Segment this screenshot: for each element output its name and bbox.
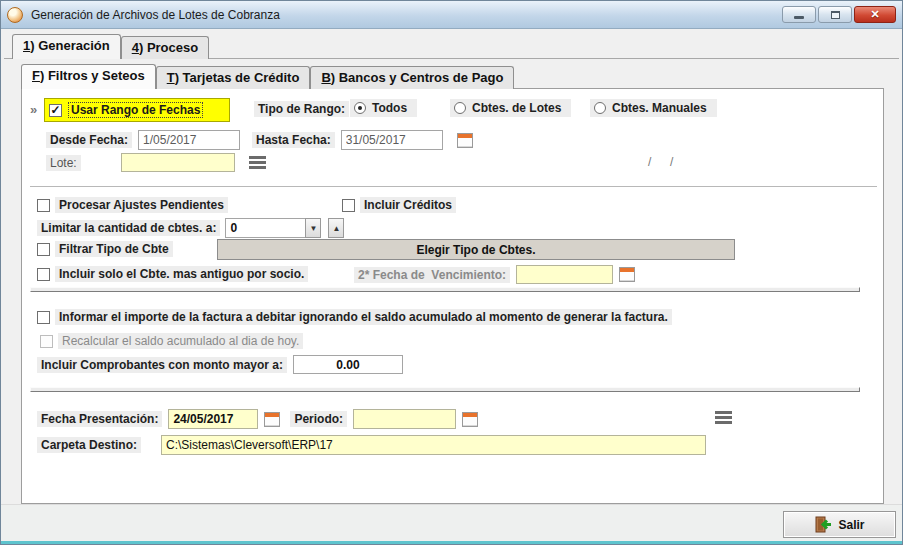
tipo-de-rango-label: Tipo de Rango: [254,101,349,117]
exit-door-icon [814,516,832,533]
periodo-label: Periodo: [290,411,347,427]
maximize-icon [831,11,840,19]
fecha-presentacion-label: Fecha Presentación: [37,411,162,427]
window-title: Generación de Archivos de Lotes de Cobra… [31,8,280,22]
focus-marker: » [30,102,37,117]
lote-row: Lote: [46,153,266,172]
checkbox-icon [342,199,355,212]
fecha-row: Desde Fecha: Hasta Fecha: [46,130,473,150]
fecha-presentacion-input[interactable] [168,409,258,429]
radio-icon [594,102,606,114]
monto-mayor-label: Incluir Comprobantes con monto mayor a: [37,357,287,373]
empty-date-mask: / / [648,155,677,169]
usar-rango-fechas-label: Usar Rango de Fechas [68,102,203,118]
salir-button[interactable]: Salir [783,511,896,538]
calendar-icon[interactable] [457,133,473,148]
section-divider [30,186,877,187]
dropdown-arrow-icon[interactable]: ▼ [305,218,321,238]
incluir-creditos-checkbox[interactable]: Incluir Créditos [342,197,456,213]
procesar-ajustes-label: Procesar Ajustes Pendientes [55,197,228,213]
section-bar [30,387,860,392]
checkbox-icon [37,268,50,281]
segunda-fecha-label: 2* Fecha de Vencimiento: [354,267,510,283]
minimize-icon [794,16,804,19]
tab-tarjetas-de-credito[interactable]: T) Tarjetas de Crédito [156,66,311,89]
filtrar-tipo-label: Filtrar Tipo de Cbte [55,241,173,257]
section-bar [30,287,860,292]
hasta-fecha-input[interactable] [341,130,443,150]
maximize-button[interactable] [818,6,852,23]
title-bar: Generación de Archivos de Lotes de Cobra… [1,1,902,29]
desde-fecha-input[interactable] [138,130,240,150]
lote-lookup-icon[interactable] [249,156,266,169]
sub-tab-strip: F) Filtros y Seteos T) Tarjetas de Crédi… [21,64,514,89]
carpeta-destino-input[interactable] [161,435,706,455]
incluir-antiguo-label: Incluir solo el Cbte. mas antiguo por so… [55,266,308,282]
calendar-icon[interactable] [264,412,280,427]
main-tab-strip: 1) Generación 4) Proceso [12,34,209,59]
checkbox-icon [37,243,50,256]
tab-proceso[interactable]: 4) Proceso [121,36,209,59]
usar-rango-fechas-checkbox[interactable]: Usar Rango de Fechas [44,98,230,122]
limitar-cantidad-input[interactable] [225,218,305,238]
carpeta-row: Carpeta Destino: [37,435,706,455]
footer-bar [1,504,902,544]
hasta-fecha-label: Hasta Fecha: [252,132,335,148]
checkbox-icon [37,311,50,324]
tab-filtros-y-seteos[interactable]: F) Filtros y Seteos [21,64,156,89]
procesar-ajustes-checkbox[interactable]: Procesar Ajustes Pendientes [37,197,228,213]
periodo-lookup-icon[interactable] [715,411,732,424]
checkbox-icon [37,199,50,212]
segunda-fecha-input[interactable] [516,265,613,284]
radio-todos[interactable]: Todos [350,99,417,117]
informar-importe-label: Informar el importe de la factura a debi… [55,309,672,325]
app-icon [7,7,23,23]
dialog-window: Generación de Archivos de Lotes de Cobra… [0,0,903,545]
checkbox-checked-icon [49,104,62,117]
lote-input[interactable] [121,153,235,172]
tab-bancos-y-centros[interactable]: B) Bancos y Centros de Pago [310,66,514,89]
checkbox-disabled-icon [40,335,53,348]
recalcular-label: Recalcular el saldo acumulado al dia de … [58,333,303,349]
monto-mayor-input[interactable] [293,355,403,374]
window-bottom-edge [1,541,902,544]
elegir-tipo-button[interactable]: Elegir Tipo de Cbtes. [217,239,735,260]
calendar-icon[interactable] [462,412,478,427]
incluir-creditos-label: Incluir Créditos [360,197,456,213]
periodo-input[interactable] [353,409,456,429]
tab-generacion[interactable]: 1) Generación [12,34,121,59]
informar-importe-checkbox[interactable]: Informar el importe de la factura a debi… [37,309,672,325]
carpeta-destino-label: Carpeta Destino: [37,437,141,453]
minimize-button[interactable] [782,6,816,23]
filtrar-tipo-checkbox[interactable]: Filtrar Tipo de Cbte [37,241,173,257]
limitar-row: Limitar la cantidad de cbtes. a: ▼ ▲ [37,218,344,238]
segunda-fecha-row: 2* Fecha de Vencimiento: [354,265,635,284]
close-icon: ✕ [870,9,879,20]
presentacion-row: Fecha Presentación: Periodo: [37,409,478,429]
lote-label: Lote: [46,155,81,171]
limitar-cantidad-label: Limitar la cantidad de cbtes. a: [37,220,220,236]
close-button[interactable]: ✕ [854,6,896,23]
radio-cbtes-manuales[interactable]: Cbtes. Manuales [590,99,717,117]
radio-selected-icon [354,102,366,114]
filtros-panel: » Usar Rango de Fechas Tipo de Rango: To… [21,88,884,504]
radio-cbtes-de-lotes[interactable]: Cbtes. de Lotes [450,99,571,117]
incluir-antiguo-checkbox[interactable]: Incluir solo el Cbte. mas antiguo por so… [37,266,308,282]
recalcular-checkbox: Recalcular el saldo acumulado al dia de … [40,333,303,349]
monto-mayor-row: Incluir Comprobantes con monto mayor a: [37,355,403,374]
calendar-icon[interactable] [619,267,635,282]
radio-icon [454,102,466,114]
spin-up-icon[interactable]: ▲ [328,218,344,238]
desde-fecha-label: Desde Fecha: [46,132,132,148]
